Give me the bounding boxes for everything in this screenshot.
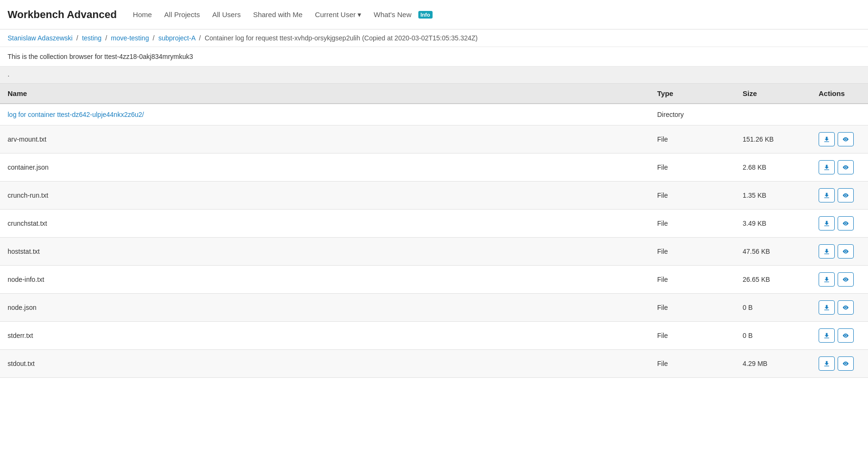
file-name-cell: stdout.txt <box>0 350 650 378</box>
svg-rect-5 <box>824 281 830 282</box>
download-icon <box>823 248 830 255</box>
nav-shared-with-me[interactable]: Shared with Me <box>248 8 307 21</box>
download-button[interactable] <box>819 272 835 287</box>
table-row: hoststat.txtFile47.56 KB <box>0 238 868 266</box>
svg-rect-4 <box>824 253 830 254</box>
table-row: crunchstat.txtFile3.49 KB <box>0 210 868 238</box>
file-type-cell: File <box>650 350 735 378</box>
svg-rect-0 <box>824 141 830 142</box>
file-size-cell: 2.68 KB <box>735 154 811 182</box>
breadcrumb: Stanislaw Adaszewski / testing / move-te… <box>0 29 868 47</box>
nav-home[interactable]: Home <box>128 8 157 21</box>
file-name-cell: crunch-run.txt <box>0 182 650 210</box>
download-icon <box>823 360 830 367</box>
eye-icon <box>842 136 849 143</box>
download-button[interactable] <box>819 132 835 146</box>
file-actions-cell <box>811 182 868 210</box>
file-table: Name Type Size Actions log for container… <box>0 84 868 378</box>
table-row: node.jsonFile0 B <box>0 294 868 322</box>
file-name-cell: container.json <box>0 154 650 182</box>
svg-rect-6 <box>824 309 830 310</box>
eye-icon <box>842 304 849 311</box>
preview-button[interactable] <box>838 356 854 371</box>
preview-button[interactable] <box>838 132 854 146</box>
file-size-cell: 47.56 KB <box>735 238 811 266</box>
preview-button[interactable] <box>838 160 854 174</box>
breadcrumb-item-subproject-a[interactable]: subproject-A <box>158 34 195 42</box>
eye-icon <box>842 248 849 255</box>
file-type-cell: File <box>650 294 735 322</box>
preview-button[interactable] <box>838 272 854 287</box>
file-actions-cell <box>811 154 868 182</box>
actions-wrap <box>819 272 860 287</box>
file-size-cell: 4.29 MB <box>735 350 811 378</box>
chevron-down-icon: ▾ <box>358 10 361 19</box>
download-button[interactable] <box>819 244 835 259</box>
file-size-cell: 0 B <box>735 294 811 322</box>
eye-icon <box>842 332 849 339</box>
preview-button[interactable] <box>838 328 854 343</box>
table-row: log for container ttest-dz642-ulpje44nkx… <box>0 104 868 125</box>
download-button[interactable] <box>819 216 835 230</box>
download-button[interactable] <box>819 356 835 371</box>
table-body: log for container ttest-dz642-ulpje44nkx… <box>0 104 868 378</box>
actions-wrap <box>819 356 860 371</box>
actions-wrap <box>819 132 860 146</box>
eye-icon <box>842 192 849 199</box>
breadcrumb-item-current: Container log for request ttest-xvhdp-or… <box>205 34 478 42</box>
svg-rect-7 <box>824 337 830 338</box>
nav-current-user[interactable]: Current User ▾ <box>310 8 366 22</box>
file-link[interactable]: log for container ttest-dz642-ulpje44nkx… <box>8 111 144 118</box>
download-icon <box>823 276 830 283</box>
preview-button[interactable] <box>838 216 854 230</box>
download-button[interactable] <box>819 160 835 174</box>
actions-wrap <box>819 160 860 174</box>
svg-rect-2 <box>824 197 830 198</box>
preview-button[interactable] <box>838 188 854 202</box>
file-name-cell: crunchstat.txt <box>0 210 650 238</box>
nav-links: Home All Projects All Users Shared with … <box>128 8 433 22</box>
nav-all-users[interactable]: All Users <box>208 8 245 21</box>
file-name-cell: log for container ttest-dz642-ulpje44nkx… <box>0 104 650 125</box>
file-actions-cell <box>811 238 868 266</box>
file-type-cell: File <box>650 210 735 238</box>
app-brand: Workbench Advanced <box>8 9 117 21</box>
actions-wrap <box>819 188 860 202</box>
file-actions-cell <box>811 125 868 154</box>
file-name-cell: node.json <box>0 294 650 322</box>
info-badge: Info <box>418 11 433 19</box>
file-actions-cell <box>811 322 868 350</box>
nav-whats-new[interactable]: What's New <box>369 8 416 21</box>
file-type-cell: Directory <box>650 104 735 125</box>
file-type-cell: File <box>650 154 735 182</box>
file-size-cell: 1.35 KB <box>735 182 811 210</box>
actions-wrap <box>819 300 860 315</box>
col-header-type: Type <box>650 84 735 104</box>
svg-rect-3 <box>824 225 830 226</box>
preview-button[interactable] <box>838 300 854 315</box>
breadcrumb-sep-3: / <box>153 34 157 42</box>
download-button[interactable] <box>819 328 835 343</box>
file-actions-cell <box>811 210 868 238</box>
download-button[interactable] <box>819 300 835 315</box>
eye-icon <box>842 164 849 171</box>
breadcrumb-item-move-testing[interactable]: move-testing <box>111 34 149 42</box>
nav-all-projects[interactable]: All Projects <box>160 8 205 21</box>
download-button[interactable] <box>819 188 835 202</box>
download-icon <box>823 220 830 227</box>
eye-icon <box>842 220 849 227</box>
file-type-cell: File <box>650 266 735 294</box>
file-name-cell: hoststat.txt <box>0 238 650 266</box>
breadcrumb-item-testing[interactable]: testing <box>82 34 102 42</box>
collection-description: This is the collection browser for ttest… <box>8 53 193 60</box>
table-row: crunch-run.txtFile1.35 KB <box>0 182 868 210</box>
actions-wrap <box>819 244 860 259</box>
file-type-cell: File <box>650 125 735 154</box>
eye-icon <box>842 276 849 283</box>
breadcrumb-sep-1: / <box>76 34 80 42</box>
table-header: Name Type Size Actions <box>0 84 868 104</box>
file-actions-cell <box>811 104 868 125</box>
file-type-cell: File <box>650 182 735 210</box>
preview-button[interactable] <box>838 244 854 259</box>
breadcrumb-item-stanislaw[interactable]: Stanislaw Adaszewski <box>8 34 73 42</box>
